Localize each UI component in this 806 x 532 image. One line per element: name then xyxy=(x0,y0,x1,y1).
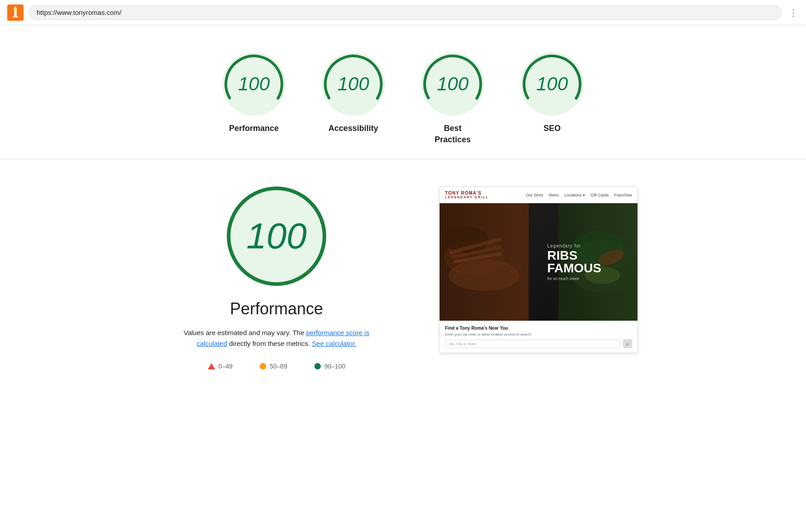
screenshot-logo: Tony Roma's LEGENDARY GRILL xyxy=(445,191,489,199)
svg-point-5 xyxy=(222,52,286,116)
svg-point-6 xyxy=(322,52,385,116)
performance-section: 100 Performance Values are estimated and… xyxy=(0,159,806,397)
screenshot-nav: Tony Roma's LEGENDARY GRILL Our Story Me… xyxy=(440,187,637,203)
performance-section-title: Performance xyxy=(230,299,323,318)
arc-best-practices xyxy=(421,52,484,116)
perf-desc-middle: directly from these metrics. xyxy=(227,340,312,347)
nav-franchise: Franchise xyxy=(614,193,632,197)
address-bar[interactable]: https://www.tonyromas.com/ xyxy=(29,5,782,20)
nav-gift-cards: Gift Cards xyxy=(590,193,609,197)
scores-row: 100 Performance 100 Accessibility 100 Be… xyxy=(0,43,806,159)
see-calculator-link[interactable]: See calculator. xyxy=(312,340,356,347)
score-item-seo: 100 SEO xyxy=(520,52,584,134)
nav-locations: Locations ▾ xyxy=(564,193,585,197)
search-icon: ⌕ xyxy=(626,341,629,346)
nav-our-story: Our Story xyxy=(526,193,544,197)
svg-rect-4 xyxy=(14,8,17,9)
legend-item-pass: 90–100 xyxy=(314,363,346,370)
score-legend: 0–49 50–89 90–100 xyxy=(208,363,346,370)
perf-desc-prefix: Values are estimated and may vary. The xyxy=(183,329,306,336)
score-label-seo: SEO xyxy=(544,123,561,134)
legend-fail-icon xyxy=(208,363,215,369)
website-screenshot: Tony Roma's LEGENDARY GRILL Our Story Me… xyxy=(439,187,638,353)
hero-text: Legendary for RIBS FAMOUS for so much mo… xyxy=(547,243,601,281)
lighthouse-icon xyxy=(7,5,23,21)
score-item-accessibility: 100 Accessibility xyxy=(322,52,385,134)
hero-legendary-text: Legendary for xyxy=(547,243,601,248)
footer-search-input[interactable]: Zip, City or State xyxy=(445,340,620,348)
url-text: https://www.tonyromas.com/ xyxy=(37,9,122,16)
svg-rect-3 xyxy=(13,16,18,18)
legend-pass-icon xyxy=(314,363,321,369)
footer-find-text: Find a Tony Roma's Near You xyxy=(445,326,632,331)
performance-description: Values are estimated and may vary. The p… xyxy=(168,327,385,349)
footer-search-button[interactable]: ⌕ xyxy=(623,339,632,348)
arc-seo xyxy=(520,52,584,116)
score-circle-performance: 100 xyxy=(222,52,286,116)
arc-accessibility xyxy=(322,52,385,116)
footer-sub-text: Enter your zip code or allow location ac… xyxy=(445,332,632,336)
browser-chrome: https://www.tonyromas.com/ ⋮ xyxy=(0,0,806,25)
arc-performance xyxy=(222,52,286,116)
hero-ribs-text: RIBS xyxy=(547,249,601,262)
performance-detail-left: 100 Performance Values are estimated and… xyxy=(168,187,385,370)
legend-average-icon xyxy=(260,363,266,369)
svg-point-8 xyxy=(520,52,584,116)
hero-sub-text: for so much more xyxy=(547,276,601,281)
legend-item-fail: 0–49 xyxy=(208,363,233,370)
performance-detail-right: Tony Roma's LEGENDARY GRILL Our Story Me… xyxy=(439,187,638,353)
performance-large-circle: 100 xyxy=(227,187,326,286)
svg-point-10 xyxy=(449,260,520,291)
score-label-best-practices: BestPractices xyxy=(435,123,471,145)
score-circle-best-practices: 100 xyxy=(421,52,484,116)
legend-item-average: 50–89 xyxy=(260,363,287,370)
performance-large-score: 100 xyxy=(246,215,306,257)
svg-rect-2 xyxy=(14,9,17,16)
score-circle-accessibility: 100 xyxy=(322,52,385,116)
logo-line2: LEGENDARY GRILL xyxy=(445,196,489,199)
screenshot-footer: Find a Tony Roma's Near You Enter your z… xyxy=(440,321,637,353)
score-label-accessibility: Accessibility xyxy=(328,123,378,134)
svg-point-7 xyxy=(421,52,484,116)
footer-search-row: Zip, City or State ⌕ xyxy=(445,339,632,348)
score-item-best-practices: 100 BestPractices xyxy=(421,52,484,145)
legend-pass-range: 90–100 xyxy=(324,363,346,370)
main-content: 100 Performance 100 Accessibility 100 Be… xyxy=(0,25,806,415)
screenshot-nav-links: Our Story Menu Locations ▾ Gift Cards Fr… xyxy=(526,193,632,197)
nav-menu: Menu xyxy=(548,193,559,197)
browser-menu-button[interactable]: ⋮ xyxy=(789,7,799,18)
hero-food-left xyxy=(440,203,529,321)
hero-famous-text: FAMOUS xyxy=(547,262,601,275)
footer-placeholder: Zip, City or State xyxy=(449,342,476,346)
legend-fail-range: 0–49 xyxy=(219,363,233,370)
score-label-performance: Performance xyxy=(229,123,279,134)
screenshot-hero: Legendary for RIBS FAMOUS for so much mo… xyxy=(440,203,637,321)
score-item-performance: 100 Performance xyxy=(222,52,286,134)
logo-line1: Tony Roma's xyxy=(445,191,489,196)
legend-average-range: 50–89 xyxy=(270,363,287,370)
score-circle-seo: 100 xyxy=(520,52,584,116)
